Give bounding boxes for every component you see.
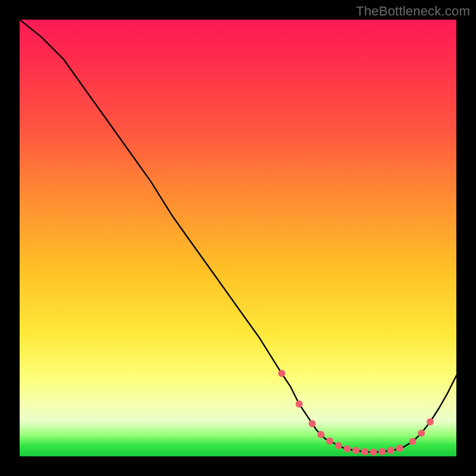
watermark-text: TheBottleneck.com [356,4,470,19]
curve-marker [361,448,368,455]
chart-stage: TheBottleneck.com [0,0,476,476]
curve-marker [396,444,403,452]
curve-marker [418,430,425,437]
curve-marker [378,448,386,455]
curve-layer [20,20,456,456]
curve-marker [278,370,285,377]
curve-marker [409,438,416,445]
curve-marker [387,447,394,454]
curve-marker [335,442,342,449]
plot-area [20,20,456,456]
curve-marker [427,418,434,425]
curve-marker [296,400,303,408]
bottleneck-curve [20,20,456,452]
curve-marker [326,437,333,444]
curve-marker [352,447,359,454]
curve-marker [317,431,324,438]
marker-group [278,370,434,456]
curve-marker [344,445,351,452]
curve-marker [370,449,377,456]
curve-marker [309,420,316,427]
